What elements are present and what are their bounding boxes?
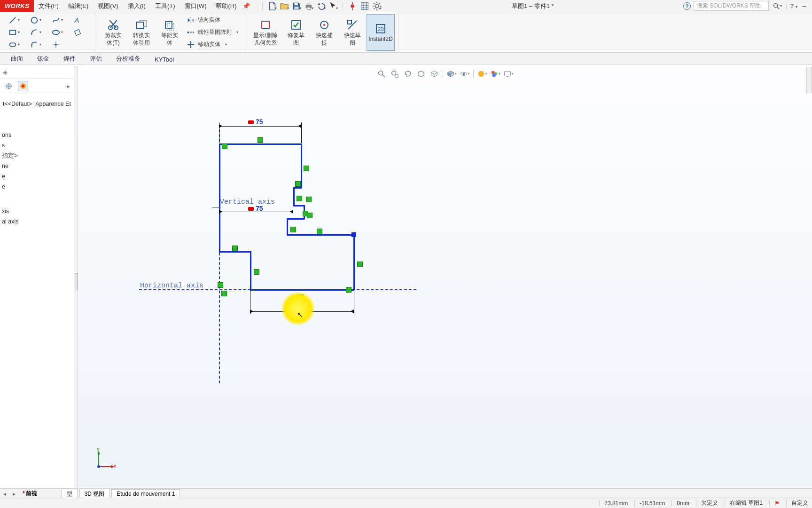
task-pane-collapse[interactable] [806, 67, 812, 93]
menu-window[interactable]: 窗口(W) [180, 0, 211, 12]
previous-view-icon[interactable] [402, 69, 414, 79]
help-dropdown[interactable]: ? ▾ [790, 2, 798, 9]
relation-icon[interactable] [222, 143, 227, 149]
relation-icon[interactable] [290, 227, 296, 232]
graphics-canvas[interactable]: ▾ ▾ ▾ ▾ ▾ [78, 66, 812, 498]
hide-show-icon[interactable]: ▾ [459, 69, 470, 79]
tree-item[interactable]: ons [2, 130, 74, 140]
relation-icon[interactable] [307, 213, 312, 218]
relation-icon[interactable] [232, 246, 238, 251]
help-icon[interactable]: ? [683, 2, 691, 10]
settings-button[interactable]: ▾ [371, 1, 383, 11]
sketch-edge[interactable] [353, 234, 355, 290]
tab-surface[interactable]: 曲面 [4, 53, 30, 64]
relation-icon[interactable] [297, 196, 302, 201]
relation-icon[interactable] [317, 229, 322, 234]
panel-collapse-arrow[interactable]: ▸ [67, 82, 70, 90]
trim-button[interactable]: 剪裁实 体(T) [99, 14, 127, 51]
tree-item[interactable]: ne [2, 161, 74, 171]
plane-tool[interactable] [71, 26, 91, 39]
menu-view[interactable]: 视图(V) [93, 0, 123, 12]
tree-item[interactable]: s [2, 140, 74, 151]
view-orientation-icon[interactable] [429, 69, 440, 79]
status-custom[interactable]: 自定义 [786, 499, 808, 507]
sketch-edge[interactable] [219, 143, 302, 145]
sketch-edge[interactable] [250, 251, 251, 290]
orientation-triad[interactable]: y x [93, 449, 117, 472]
menu-insert[interactable]: 插入(I) [123, 0, 150, 12]
sketch-edge[interactable] [287, 218, 288, 235]
relation-icon[interactable] [304, 166, 309, 171]
sheet-scroll-left[interactable]: ◂ [0, 491, 9, 497]
relation-icon[interactable] [298, 294, 304, 300]
repair-sketch-button[interactable]: 修复草 图 [282, 14, 310, 51]
relation-icon[interactable] [346, 287, 351, 293]
render-icon[interactable]: ▾ [503, 69, 514, 79]
tab-kytool[interactable]: KYTool [148, 54, 181, 64]
undo-button[interactable]: ▾ [315, 1, 327, 11]
status-flag-icon[interactable]: ⚑ [769, 500, 780, 507]
line-tool[interactable]: ▾ [7, 14, 26, 26]
relation-icon[interactable] [295, 181, 301, 187]
zoom-area-icon[interactable] [389, 69, 400, 79]
tab-sheetmetal[interactable]: 钣金 [30, 53, 56, 64]
point-tool[interactable] [50, 39, 70, 51]
new-button[interactable]: ▾ [266, 1, 278, 11]
dimension-bottom[interactable]: 90 [295, 304, 303, 310]
dimension-mid[interactable]: 75 [248, 205, 263, 212]
slot-tool[interactable]: ▾ [7, 39, 26, 51]
pin-icon[interactable]: 📌 [242, 2, 251, 9]
fillet-tool[interactable]: ▾ [28, 39, 48, 51]
relation-icon[interactable] [306, 197, 312, 202]
menu-help[interactable]: 帮助(H) [211, 0, 241, 12]
rapid-sketch-button[interactable]: 快速草 图 [338, 14, 367, 51]
dimension-line[interactable] [250, 311, 354, 312]
sketch-edge[interactable] [287, 234, 354, 236]
sketch-edge[interactable] [293, 187, 295, 206]
scene-icon[interactable]: ▾ [490, 69, 501, 79]
tab-evaluate[interactable]: 评估 [83, 53, 109, 64]
minimize-button[interactable]: – [800, 2, 808, 10]
circle-tool[interactable]: ▾ [28, 14, 48, 26]
help-search[interactable]: 搜索 SOLIDWORKS 帮助 [694, 1, 769, 11]
menu-tools[interactable]: 工具(T) [150, 0, 180, 12]
tree-item[interactable]: e [2, 171, 74, 182]
sketch-edge[interactable] [287, 218, 304, 220]
sketch-edge[interactable] [250, 289, 354, 291]
section-view-icon[interactable] [415, 69, 427, 79]
sketch-edge[interactable] [219, 251, 251, 253]
dimension-line[interactable] [219, 126, 302, 127]
tab-weldments[interactable]: 焊件 [56, 53, 83, 64]
display-style-icon[interactable]: ▾ [446, 69, 457, 79]
search-icon[interactable]: ▾ [772, 1, 783, 11]
panel-tab-2[interactable] [18, 81, 28, 91]
tree-root[interactable]: t<<Défaut>_Apparence Et [2, 98, 74, 113]
display-relations-button[interactable]: 显示/删除 几何关系 [249, 14, 282, 51]
relation-icon[interactable] [218, 282, 223, 288]
quick-snap-button[interactable]: 快速捕 捉 [310, 14, 338, 51]
instant2d-button[interactable]: 2D Instant2D [367, 14, 395, 51]
open-button[interactable]: ▾ [279, 1, 290, 11]
tab-analysis[interactable]: 分析准备 [109, 53, 148, 64]
sketch-point[interactable] [351, 232, 356, 237]
appearance-icon[interactable]: ▾ [476, 69, 488, 79]
sheet-scroll-right[interactable]: ▸ [9, 491, 19, 497]
tree-item[interactable]: xis [2, 206, 74, 216]
feature-tree[interactable]: t<<Défaut>_Apparence Et ons s 指定> ne e e… [0, 93, 74, 227]
relation-icon[interactable] [254, 269, 259, 275]
tree-item[interactable]: al axis [2, 216, 74, 227]
pattern-button[interactable]: 线性草图阵列▾ [184, 27, 241, 38]
save-button[interactable]: ▾ [291, 1, 302, 11]
ellipse-tool[interactable]: ▾ [50, 26, 70, 39]
rectangle-tool[interactable]: ▾ [7, 26, 26, 39]
menu-file[interactable]: 文件(F) [34, 0, 63, 12]
mirror-button[interactable]: 镜向实体 [184, 15, 241, 26]
relation-icon[interactable] [258, 137, 263, 143]
relation-icon[interactable] [357, 262, 363, 267]
sketch-edge[interactable] [301, 143, 302, 188]
sketch-edge[interactable] [293, 205, 304, 206]
panel-splitter[interactable] [74, 66, 78, 498]
dimension-top[interactable]: 75 [248, 119, 263, 125]
convert-button[interactable]: 转换实 体引用 [127, 14, 156, 51]
sketch-edge[interactable] [293, 187, 302, 189]
